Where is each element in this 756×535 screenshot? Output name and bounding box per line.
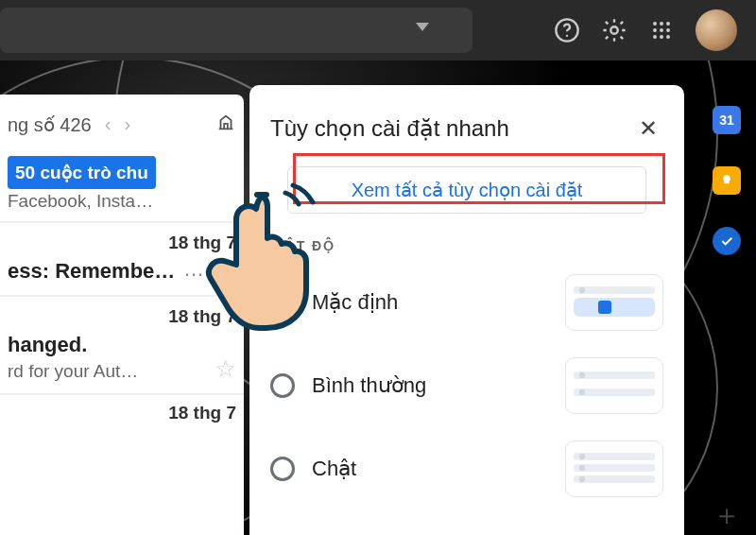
mail-subject: hanged. [8,333,236,357]
search-bar[interactable] [0,8,472,53]
mail-date: 18 thg 7 [0,395,244,423]
star-icon[interactable]: ☆ [215,354,236,384]
density-preview-default [565,274,663,331]
topbar [0,0,756,60]
close-icon[interactable]: ✕ [633,112,663,146]
svg-point-8 [666,28,670,32]
density-option-compact[interactable]: Chật [270,431,663,514]
density-option-comfortable[interactable]: Bình thường [270,348,663,431]
svg-point-1 [566,35,568,37]
panel-title: Tùy chọn cài đặt nhanh [270,115,633,142]
mail-more-icon[interactable]: … [183,257,206,282]
density-heading: MẬT ĐỘ [272,238,663,253]
radio-label: Chật [312,457,548,481]
star-icon[interactable]: ☆ [215,256,236,285]
radio-icon [270,373,295,398]
svg-point-10 [660,35,663,39]
calendar-date: 31 [719,112,734,128]
keep-icon[interactable] [713,166,741,195]
svg-point-9 [653,35,657,39]
mail-count-bar: ng số 426 ‹ › [0,106,244,143]
apps-grid-icon[interactable] [648,17,675,43]
avatar[interactable] [696,9,737,51]
mail-list: ng số 426 ‹ › 50 cuộc trò chu Facebook, … [0,95,244,535]
add-addon-icon[interactable]: ＋ [713,496,741,535]
category-subtext: Facebook, Insta… [0,191,244,223]
radio-icon [270,457,295,481]
gear-icon[interactable] [601,17,627,43]
radio-label: Mặc định [312,290,548,315]
calendar-icon[interactable]: 31 [713,106,741,134]
chevron-right-icon[interactable]: › [124,113,130,135]
mail-date: 18 thg 7 [8,306,236,327]
category-badge[interactable]: 50 cuộc trò chu [8,156,156,189]
chevron-left-icon[interactable]: ‹ [105,113,112,135]
svg-point-3 [653,22,657,26]
quick-settings-panel: Tùy chọn cài đặt nhanh ✕ Xem tất cả tùy … [249,85,684,535]
mail-date: 18 thg 7 [8,233,236,253]
svg-point-6 [653,28,657,32]
density-preview-compact [565,440,663,497]
svg-point-4 [660,22,663,26]
mail-row[interactable]: 18 thg 7 ess: Remembe… … ☆ [0,223,244,297]
mail-row[interactable]: 18 thg 7 hanged. rd for your Aut… ☆ [0,297,244,395]
search-dropdown-caret-icon[interactable] [416,23,429,31]
svg-point-2 [610,26,617,33]
help-icon[interactable] [554,17,580,43]
tasks-icon[interactable] [713,227,741,255]
mail-count-text: ng số 426 [8,113,92,136]
svg-point-11 [666,35,670,39]
see-all-settings-button[interactable]: Xem tất cả tùy chọn cài đặt [287,166,646,214]
mail-preview: rd for your Aut… [8,361,236,382]
density-option-default[interactable]: Mặc định [270,265,663,348]
density-preview-comfortable [565,357,663,414]
svg-point-5 [666,22,670,26]
radio-label: Bình thường [312,373,548,398]
radio-icon [270,290,295,315]
svg-point-7 [660,28,663,32]
side-panel: 31 ＋ [697,60,756,535]
input-tools-icon[interactable] [215,112,236,137]
